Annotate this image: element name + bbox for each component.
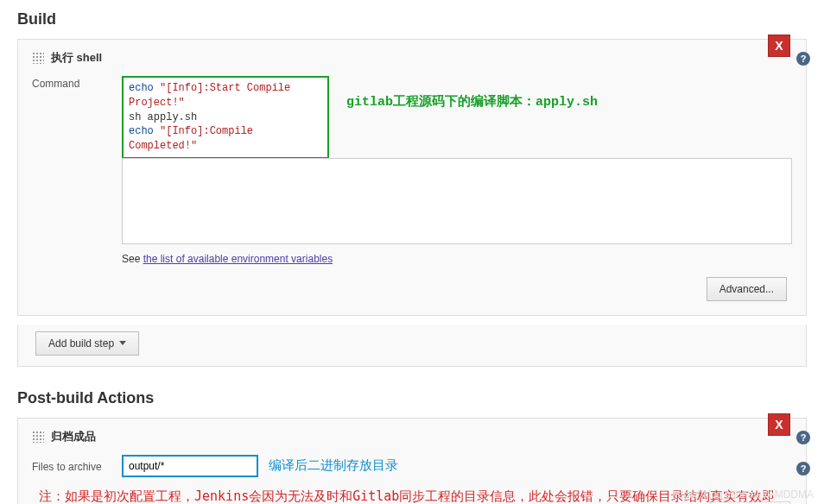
code-line: echo <box>129 82 160 94</box>
build-section: Build X ? 执行 shell Command echo "[Info]:… <box>0 0 824 316</box>
help-icon[interactable]: ? <box>796 462 810 476</box>
add-build-step-button[interactable]: Add build step <box>35 331 139 356</box>
command-textarea[interactable]: echo "[Info]:Start Compile Project!" sh … <box>122 76 329 159</box>
files-input-wrap: 编译后二进制存放目录 <box>122 455 792 477</box>
shell-panel-title: 执行 shell <box>51 50 102 66</box>
build-title: Build <box>17 10 807 28</box>
command-field: echo "[Info]:Start Compile Project!" sh … <box>122 76 792 244</box>
advanced-button[interactable]: Advanced... <box>707 277 787 301</box>
files-row: Files to archive 编译后二进制存放目录 <box>32 455 792 477</box>
code-line: echo <box>129 125 160 137</box>
watermark: https://blog.csdn.net/AMDDMA <box>672 488 814 501</box>
annotation-apply-sh: gitlab工程源码下的编译脚本：apply.sh <box>346 93 598 110</box>
panel-header: 归档成品 <box>32 429 792 444</box>
command-textarea-expand[interactable] <box>122 158 792 244</box>
command-label: Command <box>32 76 115 90</box>
files-label: Files to archive <box>32 459 115 473</box>
files-to-archive-input[interactable] <box>122 455 258 477</box>
help-icon[interactable]: ? <box>796 52 810 66</box>
shell-panel: X ? 执行 shell Command echo "[Info]:Start … <box>17 39 807 316</box>
help-icon[interactable]: ? <box>796 431 810 444</box>
see-text: See the list of available environment va… <box>122 253 792 265</box>
add-build-step-row: Add build step <box>17 324 807 367</box>
panel-header: 执行 shell <box>32 50 792 66</box>
post-build-title: Post-build Actions <box>17 389 807 407</box>
code-line: sh apply.sh <box>129 110 322 125</box>
drag-handle-icon[interactable] <box>32 52 44 64</box>
annotation-output-dir: 编译后二进制存放目录 <box>269 457 398 474</box>
chevron-down-icon <box>119 341 126 345</box>
command-row: Command echo "[Info]:Start Compile Proje… <box>32 76 792 244</box>
add-build-step-label: Add build step <box>48 337 114 350</box>
post-build-section: Post-build Actions X ? ? 归档成品 Files to a… <box>0 379 824 504</box>
drag-handle-icon[interactable] <box>32 431 44 443</box>
env-vars-link[interactable]: the list of available environment variab… <box>143 253 333 265</box>
see-prefix: See <box>122 253 143 265</box>
archive-panel-title: 归档成品 <box>51 429 96 444</box>
